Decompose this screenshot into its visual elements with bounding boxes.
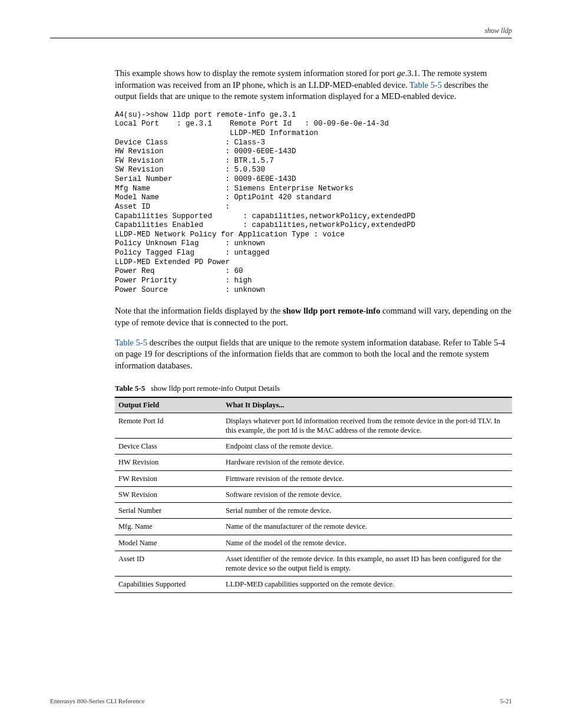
intro-paragraph: This example shows how to display the re… bbox=[115, 68, 512, 103]
table-row: Asset IDAsset identifier of the remote d… bbox=[115, 551, 512, 577]
table-row: Capabilities SupportedLLDP-MED capabilit… bbox=[115, 577, 512, 592]
cli-line: Policy Tagged Flag : untagged bbox=[115, 249, 270, 257]
cli-line: Mfg Name : Siemens Enterprise Networks bbox=[115, 185, 353, 193]
cli-line: Capabilities Enabled : capabilities,netw… bbox=[115, 221, 415, 229]
table-row: FW RevisionFirmware revision of the remo… bbox=[115, 470, 512, 486]
cli-output: A4(su)->show lldp port remote-info ge.3.… bbox=[115, 111, 512, 295]
cli-line: HW Revision : 0009-6E0E-143D bbox=[115, 147, 296, 156]
table-number: Table 5-5 bbox=[115, 384, 145, 393]
cli-line: Model Name : OptiPoint 420 standard bbox=[115, 193, 332, 202]
cell-desc: Name of the manufacturer of the remote d… bbox=[222, 519, 512, 535]
table-row: Model NameName of the model of the remot… bbox=[115, 535, 512, 551]
table-row: Device ClassEndpoint class of the remote… bbox=[115, 439, 512, 454]
cli-line: SW Revision : 5.0.530 bbox=[115, 166, 265, 174]
page-header: show lldp bbox=[50, 27, 512, 38]
cli-line: LLDP-MED Network Policy for Application … bbox=[115, 230, 345, 239]
cell-field: Remote Port Id bbox=[115, 413, 222, 439]
footer-left: Enterasys 800-Series CLI Reference bbox=[50, 697, 144, 704]
cli-line: Policy Unknown Flag : unknown bbox=[115, 239, 265, 248]
table-header-row: Output Field What It Displays... bbox=[115, 397, 512, 413]
cell-desc: Software revision of the remote device. bbox=[222, 486, 512, 502]
table-title: show lldp port remote-info Output Detail… bbox=[151, 384, 280, 393]
table-row: Remote Port IdDisplays whatever port Id … bbox=[115, 413, 512, 439]
cli-line: FW Revision : BTR.1.5.7 bbox=[115, 157, 274, 165]
cell-field: Asset ID bbox=[115, 551, 222, 577]
text: This example shows how to display the re… bbox=[115, 68, 397, 78]
cell-desc: Endpoint class of the remote device. bbox=[222, 439, 512, 454]
command-name: show lldp port remote-info bbox=[283, 306, 380, 315]
header-right: show lldp bbox=[485, 27, 512, 35]
col-header-field: Output Field bbox=[115, 397, 222, 413]
cell-field: FW Revision bbox=[115, 470, 222, 486]
footer-page-number: 5-21 bbox=[500, 697, 512, 704]
table-link[interactable]: Table 5-5 bbox=[115, 338, 147, 347]
cell-field: SW Revision bbox=[115, 486, 222, 502]
page-footer: Enterasys 800-Series CLI Reference 5-21 bbox=[50, 697, 512, 704]
main-content: This example shows how to display the re… bbox=[115, 68, 512, 593]
table-row: Mfg. NameName of the manufacturer of the… bbox=[115, 519, 512, 535]
cli-line: Local Port : ge.3.1 Remote Port Id : 00-… bbox=[115, 120, 389, 128]
output-details-table: Output Field What It Displays... Remote … bbox=[115, 397, 512, 593]
cell-desc: LLDP-MED capabilities supported on the r… bbox=[222, 577, 512, 592]
cell-field: HW Revision bbox=[115, 454, 222, 470]
cli-line: Serial Number : 0009-6E0E-143D bbox=[115, 175, 296, 183]
cli-line: Device Class : Class-3 bbox=[115, 139, 265, 147]
cli-line: Power Priority : high bbox=[115, 276, 252, 285]
cli-line: Capabilities Supported : capabilities,ne… bbox=[115, 212, 415, 220]
ref-paragraph: Table 5-5 describes the output fields th… bbox=[115, 337, 512, 372]
cli-line: LLDP-MED Extended PD Power bbox=[115, 258, 230, 266]
cli-line: Asset ID : bbox=[115, 203, 230, 211]
cell-field: Mfg. Name bbox=[115, 519, 222, 535]
note-paragraph: Note that the information fields display… bbox=[115, 305, 512, 328]
cell-desc: Serial number of the remote device. bbox=[222, 503, 512, 519]
cell-desc: Displays whatever port Id information re… bbox=[222, 413, 512, 439]
text-italic: ge bbox=[397, 68, 405, 78]
cell-desc: Name of the model of the remote device. bbox=[222, 535, 512, 551]
cli-line: A4(su)->show lldp port remote-info ge.3.… bbox=[115, 111, 296, 119]
cell-desc: Firmware revision of the remote device. bbox=[222, 470, 512, 486]
cell-field: Capabilities Supported bbox=[115, 577, 222, 592]
cli-line: LLDP-MED Information bbox=[115, 129, 318, 137]
cell-field: Serial Number bbox=[115, 503, 222, 519]
table-row: SW RevisionSoftware revision of the remo… bbox=[115, 486, 512, 502]
text: describes the output fields that are uni… bbox=[115, 338, 505, 370]
cli-line: Power Source : unknown bbox=[115, 286, 265, 294]
table-row: Serial NumberSerial number of the remote… bbox=[115, 503, 512, 519]
cell-desc: Hardware revision of the remote device. bbox=[222, 454, 512, 470]
table-caption: Table 5-5 show lldp port remote-info Out… bbox=[115, 384, 512, 393]
cli-line: Power Req : 60 bbox=[115, 267, 243, 275]
cell-desc: Asset identifier of the remote device. I… bbox=[222, 551, 512, 577]
table-row: HW RevisionHardware revision of the remo… bbox=[115, 454, 512, 470]
table-link[interactable]: Table 5-5 bbox=[409, 80, 442, 90]
col-header-desc: What It Displays... bbox=[222, 397, 512, 413]
text: Note that the information fields display… bbox=[115, 306, 283, 315]
cell-field: Device Class bbox=[115, 439, 222, 454]
cell-field: Model Name bbox=[115, 535, 222, 551]
